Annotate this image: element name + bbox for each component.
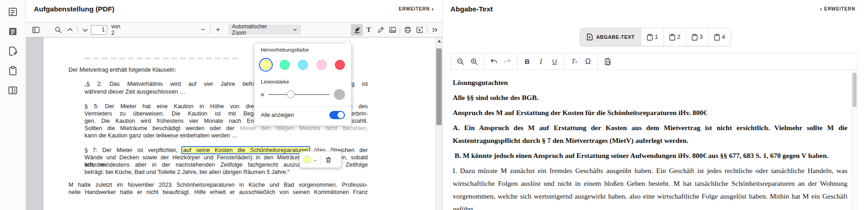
tab-number[interactable]: 4 [708,28,730,46]
slider-thumb[interactable] [287,90,295,98]
print-icon [404,26,412,34]
editor-expand-button[interactable]: ‹ ERWEITERN [820,5,855,11]
editor-panel-title: Abgabe-Text [450,5,493,13]
previous-page-icon[interactable] [64,24,76,36]
editor-paragraph: B. M könnte jedoch einen Anspruch auf Er… [453,149,847,162]
ink-tool-button[interactable] [375,24,386,36]
image-tool-button[interactable] [386,24,398,36]
pdf-text-span: Sollten die Mieträume beschädigt werden … [85,125,240,131]
clipboard-icon [692,34,698,41]
tab-bar: ABGABE-TEXT 1 2 3 4 [443,28,868,46]
editor-zoom-in-button[interactable] [468,55,481,68]
pdf-text-line: beträgt: bei Küche, Bad und Toilette 2 J… [85,168,368,176]
editor-zoom-out-button[interactable] [454,55,467,68]
highlight-color-swatch[interactable] [298,60,308,70]
highlight-settings-popup: Hervorhebungsfarbe Linienstärke Alle anz… [254,43,352,126]
article-filled-icon[interactable] [7,26,18,37]
highlight-annotation[interactable]: auf seine Kosten die Schönheitsreparatur… [182,147,309,153]
zoom-out-button[interactable]: − [197,24,209,36]
pdf-text-layer: Der Mietvertrag enthält folgende Klausel… [26,37,442,210]
app-window: Aufgabenstellung (PDF) ERWEITERN › [0,0,868,210]
trash-icon[interactable] [325,156,332,163]
editor-paragraph: Alle §§ sind solche des BGB. [453,91,847,104]
pdf-text-line: M hatte zuletzt im November 2023 Schönhe… [69,181,368,189]
chevron-down-icon[interactable]: ⌄ [313,157,317,162]
pdf-text-line: kann die Kaution ganz oder teilweise ein… [85,132,368,139]
abgabe-text-icon [587,33,593,41]
tab-abgabe-text[interactable]: ABGABE-TEXT [580,28,641,46]
pdf-expand-button[interactable]: ERWEITERN › [399,5,434,11]
annotation-color-button[interactable] [303,156,311,163]
toggle-sidebar-icon[interactable] [30,24,42,36]
undo-button[interactable] [487,55,500,68]
pdf-text-span: während dieser Zeit ausgeschlossen … [85,89,185,95]
pdf-text-span: Mieter den fälligen Mietzins nicht bezah… [240,125,368,131]
image-icon [389,26,397,34]
pdf-viewer: von 2 − + Automatischer Zoom T [26,22,442,210]
zoom-in-button[interactable]: + [212,24,224,36]
editor-text-area[interactable]: LösungsgutachtenAlle §§ sind solche des … [451,70,851,210]
pdf-panel-title: Aufgabenstellung (PDF) [34,5,115,13]
show-all-toggle[interactable] [329,111,345,119]
editor-paragraph: I. Dazu müsste M zunächst ein fremdes Ge… [453,164,847,210]
clipboard-icon [714,34,720,41]
bold-button[interactable]: B [521,55,534,68]
freetext-tool-button[interactable]: T [363,24,375,36]
more-tools-icon[interactable] [429,24,440,36]
highlight-color-swatch[interactable] [335,60,345,70]
pdf-panel: Aufgabenstellung (PDF) ERWEITERN › [26,0,442,210]
reader-mode-icon[interactable] [7,85,18,96]
highlight-color-swatches [261,60,345,70]
paste-button[interactable] [601,55,614,68]
editor-scrollbar-thumb[interactable] [852,73,857,107]
print-button[interactable] [402,24,413,36]
pdf-text-span: § 7: Der Mieter ist verpflichtet, [85,147,182,153]
italic-button[interactable]: I [535,55,547,68]
clipboard-icon[interactable] [7,65,18,76]
editor-content-wrap: LösungsgutachtenAlle §§ sind solche des … [450,70,858,210]
highlight-color-swatch[interactable] [317,60,327,70]
next-page-icon[interactable] [79,24,91,36]
show-all-label: Alle anzeigen [261,112,294,118]
tab-number[interactable]: 1 [641,28,663,46]
page-number-input[interactable] [91,25,107,35]
pdf-text-span: kann die Kaution ganz oder teilweise ein… [85,132,238,139]
redo-button[interactable] [501,55,514,68]
document-edit-icon[interactable] [7,46,18,57]
chevron-right-icon: › [432,7,434,11]
chevron-down-icon [293,27,297,32]
highlighter-icon [353,26,361,34]
highlight-color-swatch[interactable] [261,60,271,70]
clear-formatting-button[interactable]: Tx [568,55,581,68]
tab-number[interactable]: 3 [686,28,708,46]
slider-track[interactable] [269,94,329,95]
page-count-label: von 2 [111,23,125,36]
editor-paragraph: A. Ein Anspruch des M auf Erstattung der… [453,121,847,147]
paste-icon [603,58,612,66]
toggle-knob [338,112,344,118]
pdf-text-line: nelle Handwerker hatte er nicht beauftra… [69,189,368,196]
zoom-level-select[interactable]: Automatischer Zoom [228,25,301,35]
thickness-slider [261,89,345,100]
article-outline-icon[interactable] [7,6,18,17]
underline-button[interactable]: U [548,55,561,68]
highlight-color-swatch[interactable] [280,60,290,70]
search-icon[interactable] [52,24,64,36]
highlight-color-label: Hervorhebungsfarbe [261,47,345,52]
special-character-button[interactable]: Ω [582,55,594,68]
pdf-text-span: nelle Handwerker hatte er nicht beauftra… [69,189,368,195]
annotation-mini-toolbar: ⌄ [299,151,342,168]
highlighter-tool-button[interactable] [351,24,363,36]
tab-number[interactable]: 2 [663,28,686,46]
clipboard-icon [647,34,653,41]
mini-toolbar-divider [321,155,321,164]
faded-text-artifact [85,58,239,59]
editor-scrollbar[interactable] [851,70,857,210]
download-button[interactable] [413,24,425,36]
popup-notch [344,40,351,43]
download-icon [416,26,423,34]
pdf-text-span: M hatte zuletzt im November 2023 Schönhe… [69,182,368,188]
editor-paragraph: Anspruch des M auf Erstattung der Kosten… [453,106,847,119]
editor-toolbar: B I U Tx Ω [450,53,858,70]
pdf-text-span: beträgt: bei Küche, Bad und Toilette 2 J… [85,169,290,175]
